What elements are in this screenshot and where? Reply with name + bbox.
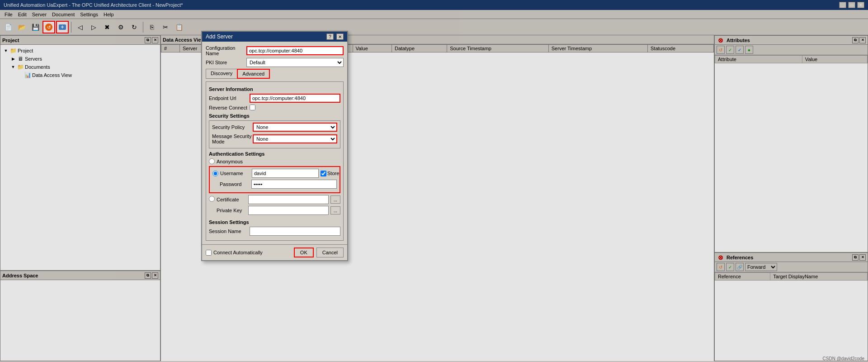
- config-name-row: Configuration Name: [206, 45, 344, 56]
- cert-input-row: Certificate ...: [217, 195, 340, 204]
- dialog-title-buttons: ? ✕: [326, 33, 344, 40]
- reverse-connect-label: Reverse Connect: [209, 105, 250, 110]
- dialog-tab-bar: Discovery Advanced: [206, 69, 344, 79]
- dialog-body: Configuration Name PKI Store Default Cus…: [202, 42, 347, 244]
- endpoint-url-row: Endpoint Url: [209, 94, 340, 103]
- message-security-row: Message SecurityMode None Sign Sign & En…: [212, 133, 337, 144]
- security-policy-select[interactable]: None Basic128Rsa15 Basic256 Basic256Sha2…: [253, 123, 337, 132]
- advanced-tab-content: Server Information Endpoint Url Reverse …: [206, 81, 344, 241]
- dialog-footer-buttons: OK Cancel: [294, 248, 344, 257]
- privkey-input-row: Private Key ...: [217, 206, 340, 215]
- reverse-connect-row: Reverse Connect: [209, 105, 340, 110]
- connect-auto-label: Connect Automatically: [213, 250, 263, 255]
- tab-advanced[interactable]: Advanced: [237, 69, 270, 79]
- config-name-label: Configuration Name: [206, 45, 246, 56]
- certificate-input[interactable]: [248, 195, 329, 204]
- session-name-label: Session Name: [209, 229, 250, 234]
- anonymous-label: Anonymous: [217, 159, 243, 164]
- certificate-label: Certificate: [217, 197, 248, 202]
- dialog-overlay: Add Server ? ✕ Configuration Name PKI St…: [0, 0, 868, 362]
- security-policy-label: Security Policy: [212, 124, 253, 130]
- anonymous-row: Anonymous: [209, 158, 340, 164]
- private-key-browse-btn[interactable]: ...: [330, 206, 340, 214]
- message-security-select[interactable]: None Sign Sign & Encrypt: [253, 134, 337, 143]
- auth-section-header: Authentication Settings: [209, 151, 340, 157]
- dialog-footer: Connect Automatically OK Cancel: [202, 244, 347, 260]
- add-server-dialog: Add Server ? ✕ Configuration Name PKI St…: [201, 31, 348, 261]
- private-key-label: Private Key: [217, 208, 248, 213]
- connect-auto-checkbox[interactable]: [206, 250, 212, 256]
- dialog-title-bar: Add Server ? ✕: [202, 32, 347, 42]
- config-name-input[interactable]: [246, 46, 344, 55]
- message-security-label: Message SecurityMode: [212, 133, 253, 144]
- endpoint-url-label: Endpoint Url: [209, 95, 250, 101]
- dialog-title-text: Add Server: [206, 33, 233, 40]
- pki-store-label: PKI Store: [206, 60, 246, 65]
- dialog-close-btn[interactable]: ✕: [336, 33, 344, 40]
- session-settings-section: Session Settings: [209, 219, 340, 225]
- pki-store-select[interactable]: Default Custom: [246, 58, 344, 67]
- certificate-browse-btn[interactable]: ...: [330, 195, 340, 204]
- username-radio[interactable]: [212, 171, 218, 176]
- certificate-radio[interactable]: [209, 196, 215, 202]
- dialog-help-btn[interactable]: ?: [326, 33, 334, 40]
- connect-auto-section: Connect Automatically: [206, 250, 263, 256]
- session-name-row: Session Name: [209, 227, 340, 236]
- reverse-connect-checkbox[interactable]: [250, 105, 255, 110]
- private-key-input[interactable]: [248, 206, 329, 215]
- server-info-section: Server Information: [209, 86, 340, 92]
- anonymous-radio[interactable]: [209, 158, 215, 164]
- security-settings-box: Security Policy None Basic128Rsa15 Basic…: [209, 120, 340, 148]
- endpoint-url-input[interactable]: [250, 94, 340, 103]
- cancel-button[interactable]: Cancel: [316, 248, 344, 257]
- certificate-row: Certificate ... Private Key ...: [209, 195, 340, 217]
- password-input[interactable]: [251, 180, 337, 189]
- tab-discovery[interactable]: Discovery: [206, 69, 237, 79]
- store-checkbox[interactable]: [321, 171, 326, 176]
- session-name-input[interactable]: [250, 227, 340, 236]
- security-policy-row: Security Policy None Basic128Rsa15 Basic…: [212, 123, 337, 132]
- pki-store-row: PKI Store Default Custom: [206, 58, 344, 67]
- username-password-box: Username Store Password: [209, 166, 340, 193]
- store-label: Store: [327, 171, 339, 176]
- certificate-section: Certificate ... Private Key ...: [217, 195, 340, 217]
- username-input[interactable]: [252, 169, 319, 178]
- password-label: Password: [220, 181, 251, 187]
- username-label: Username: [220, 171, 252, 176]
- security-settings-section: Security Settings: [209, 113, 340, 119]
- username-row: Username Store: [212, 169, 337, 178]
- password-row: Password: [212, 180, 337, 189]
- ok-button[interactable]: OK: [294, 248, 314, 257]
